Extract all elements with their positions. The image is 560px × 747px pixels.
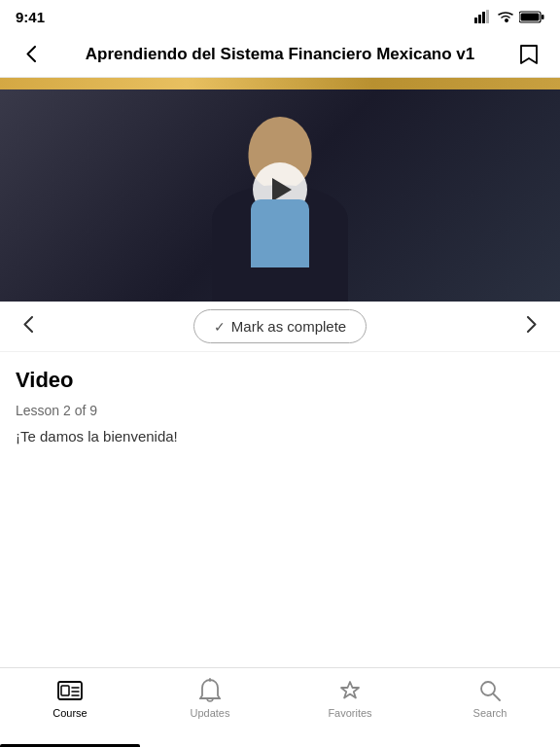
back-button[interactable]: [16, 39, 47, 70]
svg-rect-6: [521, 13, 540, 20]
status-bar: 9:41: [0, 0, 560, 31]
signal-icon: [474, 10, 492, 23]
status-icons: [474, 10, 544, 23]
content-title: Video: [16, 368, 544, 393]
tab-favorites[interactable]: Favorites: [316, 678, 384, 719]
mark-complete-button[interactable]: ✓ Mark as complete: [193, 309, 367, 343]
tab-updates[interactable]: Updates: [176, 678, 244, 719]
tab-favorites-label: Favorites: [328, 707, 371, 719]
updates-icon: [197, 678, 223, 703]
tab-course[interactable]: Course: [36, 678, 104, 719]
content-area: Video Lesson 2 of 9 ¡Te damos la bienven…: [0, 352, 560, 446]
battery-icon: [519, 11, 544, 23]
wifi-icon: [498, 11, 513, 22]
tab-bar: Course Updates Favorites Search: [0, 667, 560, 747]
prev-lesson-button[interactable]: [16, 311, 41, 341]
nav-bar: Aprendiendo del Sistema Financiero Mexic…: [0, 31, 560, 78]
mark-complete-label: Mark as complete: [231, 318, 346, 335]
action-bar: ✓ Mark as complete: [0, 302, 560, 352]
check-icon: ✓: [214, 319, 226, 335]
svg-rect-5: [542, 15, 544, 19]
video-top-bar: [0, 78, 560, 89]
favorites-icon: [337, 678, 363, 703]
svg-rect-3: [486, 10, 489, 23]
tab-search-label: Search: [473, 707, 508, 719]
nav-title: Aprendiendo del Sistema Financiero Mexic…: [54, 45, 506, 64]
svg-rect-8: [61, 686, 69, 695]
search-icon: [477, 678, 503, 703]
status-time: 9:41: [16, 9, 45, 25]
tab-updates-label: Updates: [191, 707, 230, 719]
bookmark-button[interactable]: [513, 39, 544, 70]
tab-search[interactable]: Search: [456, 678, 524, 719]
play-icon: [272, 178, 292, 201]
lesson-meta: Lesson 2 of 9: [16, 403, 544, 418]
svg-rect-0: [474, 18, 477, 23]
svg-line-14: [494, 694, 501, 701]
svg-rect-2: [482, 12, 485, 23]
person-shirt: [251, 199, 309, 267]
next-lesson-button[interactable]: [519, 311, 544, 341]
tab-course-label: Course: [52, 707, 87, 719]
video-thumbnail[interactable]: [0, 78, 560, 302]
course-icon: [57, 678, 83, 703]
lesson-description: ¡Te damos la bienvenida!: [16, 426, 544, 446]
svg-rect-1: [478, 15, 481, 23]
